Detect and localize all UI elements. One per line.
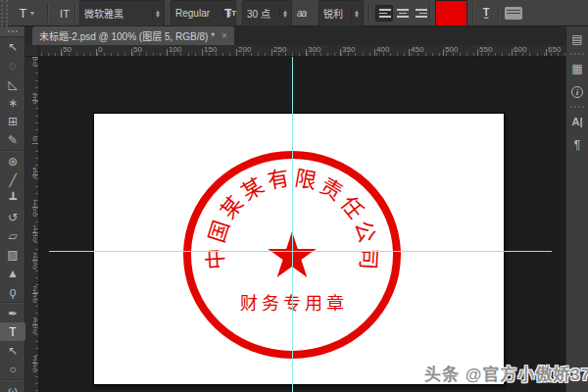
ruler-label: 550: [479, 45, 492, 54]
paragraph-panel-icon[interactable]: ¶: [566, 133, 588, 157]
lasso-tool[interactable]: ◺: [0, 74, 25, 93]
eyedropper-tool[interactable]: ✎: [0, 130, 25, 149]
ruler-tick: [544, 53, 545, 56]
ruler-tick: [35, 242, 38, 243]
adjustments-panel-icon[interactable]: ▦: [566, 57, 588, 80]
eraser-tool[interactable]: ▱: [0, 226, 25, 245]
ruler-label: 150: [204, 45, 217, 54]
warp-text-button[interactable]: T ⌣: [478, 0, 494, 26]
ruler-tick: [48, 53, 49, 56]
hand-tool[interactable]: ω: [0, 381, 25, 392]
brush-tool[interactable]: ╱: [0, 171, 25, 189]
quick-selection-tool-icon: ∗: [8, 96, 18, 110]
type-tool[interactable]: T: [0, 322, 25, 341]
ruler-tick: [35, 270, 38, 271]
ruler-tick: [35, 129, 38, 130]
ruler-tick: [390, 53, 391, 56]
anti-alias-select[interactable]: 锐利 ▲▼: [318, 0, 364, 26]
history-brush-tool[interactable]: ↺: [0, 208, 25, 226]
horizontal-guide[interactable]: [49, 251, 552, 252]
character-panel-icon[interactable]: A|: [566, 110, 588, 133]
pen-tool[interactable]: ✒: [0, 304, 25, 322]
ruler-tick: [299, 53, 300, 56]
ruler-label: 450: [411, 45, 423, 54]
tool-group-divider: [3, 150, 22, 151]
ruler-label: 100: [25, 199, 38, 217]
ruler-label: 150: [25, 224, 38, 242]
align-left-button[interactable]: [375, 5, 393, 22]
marquee-tool[interactable]: ◌: [0, 56, 25, 74]
ruler-tick: [35, 306, 38, 307]
clone-stamp-tool-icon: ┻: [9, 192, 16, 206]
blur-tool[interactable]: ▲: [0, 264, 25, 282]
font-style-value: Regular: [175, 8, 220, 19]
ruler-tick: [509, 53, 510, 56]
crop-tool[interactable]: ⊞: [0, 112, 25, 130]
dodge-tool[interactable]: ϙ: [0, 282, 25, 301]
ruler-tick: [76, 53, 77, 56]
font-family-select[interactable]: 微软雅黑 ▲▼: [79, 0, 165, 26]
ruler-tick: [118, 53, 119, 56]
anti-alias-value: 锐利: [323, 6, 348, 21]
info-panel-icon[interactable]: i: [566, 80, 588, 104]
move-tool[interactable]: ↖: [0, 37, 25, 56]
ruler-major-tick: [32, 143, 38, 144]
document-tab-bar: 未标题-2.psd @ 100% (图层 5, RGB/8) * ×: [25, 26, 565, 45]
ruler-label: 250: [25, 285, 38, 303]
ruler-tick: [222, 53, 223, 56]
tool-preset-picker[interactable]: T ▼: [13, 0, 42, 26]
ruler-tick: [41, 53, 42, 56]
options-bar-grip[interactable]: [1, 0, 8, 26]
spinner-arrows-icon: ▲▼: [351, 6, 362, 21]
horizontal-ruler[interactable]: 5005010015020025030035040045050055060065…: [39, 45, 565, 57]
ellipse-shape-tool-icon: ○: [9, 363, 16, 376]
seal-arc-text-char: 限: [293, 166, 318, 194]
seal-arc-text-char: 国: [204, 218, 234, 246]
ruler-tick: [258, 53, 259, 56]
spot-healing-tool[interactable]: ⊛: [0, 152, 25, 171]
ruler-origin-corner[interactable]: [25, 45, 39, 57]
vertical-guide[interactable]: [292, 45, 293, 392]
font-size-icon: TT: [222, 0, 238, 26]
crop-tool-icon: ⊞: [8, 115, 18, 128]
path-selection-tool-icon: ↖: [8, 344, 18, 358]
path-selection-tool[interactable]: ↖: [0, 341, 25, 360]
align-right-button[interactable]: [413, 5, 430, 22]
ruler-tick: [35, 348, 38, 349]
ruler-tick: [35, 116, 38, 117]
divider: [368, 4, 369, 23]
ruler-tick: [124, 53, 125, 56]
gradient-tool[interactable]: ▨: [0, 245, 25, 264]
ruler-tick: [160, 53, 161, 56]
divider: [74, 4, 75, 23]
ruler-major-tick: [167, 49, 168, 56]
ruler-tick: [195, 53, 196, 56]
ruler-major-tick: [61, 49, 62, 56]
ruler-label: 0: [25, 135, 38, 141]
pen-tool-icon: ✒: [8, 307, 18, 320]
ruler-tick: [460, 53, 461, 56]
align-center-button[interactable]: [394, 5, 412, 22]
ruler-tick: [35, 73, 38, 74]
styles-panel-icon[interactable]: ▤: [566, 27, 588, 51]
move-tool-icon: ↖: [8, 40, 18, 54]
tools-panel-grip[interactable]: [0, 26, 24, 37]
vertical-ruler[interactable]: 10050050100150200250300350: [25, 57, 39, 392]
document-tab[interactable]: 未标题-2.psd @ 100% (图层 5, RGB/8) * ×: [32, 26, 234, 45]
ruler-tick: [265, 53, 266, 56]
ruler-major-tick: [477, 49, 478, 56]
dock-icon-list: ▤▦iA|¶: [566, 27, 588, 157]
clone-stamp-tool[interactable]: ┻: [0, 189, 25, 208]
font-size-select[interactable]: 30 点 ▲▼: [242, 0, 292, 26]
ellipse-shape-tool[interactable]: ○: [0, 360, 25, 378]
text-color-swatch[interactable]: [435, 0, 467, 26]
marquee-tool-icon: ◌: [9, 59, 16, 73]
document-title: 未标题-2.psd @ 100% (图层 5, RGB/8) *: [39, 28, 215, 43]
ruler-tick: [35, 221, 38, 222]
quick-selection-tool[interactable]: ∗: [0, 93, 25, 112]
toggle-panels-button[interactable]: [505, 7, 522, 20]
close-tab-icon[interactable]: ×: [221, 30, 227, 41]
anti-alias-icon: aa: [297, 0, 313, 26]
ruler-tick: [35, 383, 38, 384]
ruler-label: 350: [25, 355, 38, 372]
